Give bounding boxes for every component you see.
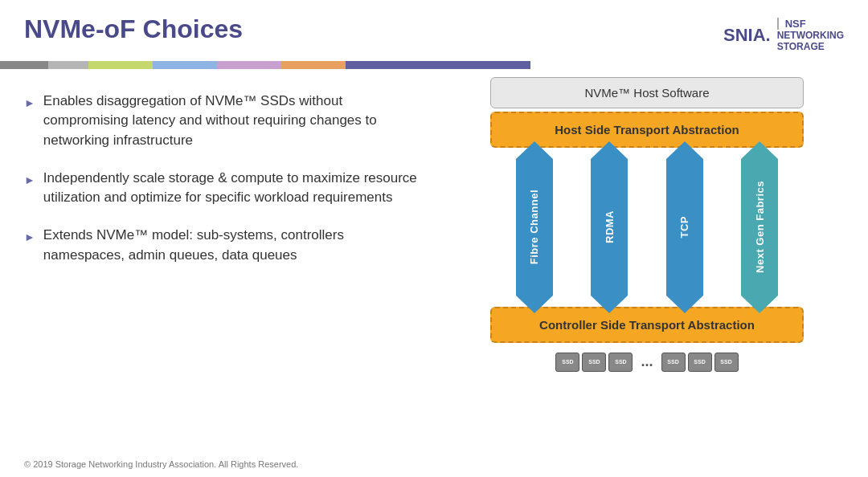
controller-transport-label: Controller Side Transport Abstraction <box>539 318 755 332</box>
color-seg-5 <box>217 61 281 69</box>
ssd-icon-1: SSD <box>555 353 579 372</box>
bullet-arrow-2: ► <box>24 172 35 188</box>
host-software-box: NVMe™ Host Software <box>490 77 804 108</box>
ssd-group-left: SSD SSD SSD <box>555 353 633 372</box>
ssd-icon-5: SSD <box>688 353 712 372</box>
arrow-label-rdma: RDMA <box>604 210 616 243</box>
arrow-rdma: RDMA <box>580 151 638 304</box>
arrow-shaft-rdma: RDMA <box>591 159 628 296</box>
bullet-list: ► Enables disaggregation of NVMe™ SSDs w… <box>24 92 418 265</box>
page-title: NVMe-oF Choices <box>24 14 243 44</box>
bullet-item-3: ► Extends NVMe™ model: sub-systems, cont… <box>24 226 418 265</box>
logo-area: SNIA. NSF NETWORKING STORAGE <box>723 18 844 53</box>
color-seg-6 <box>281 61 346 69</box>
ssd-icon-2: SSD <box>582 353 606 372</box>
arrow-shaft-tcp: TCP <box>666 159 703 296</box>
color-seg-4 <box>153 61 217 69</box>
arrow-label-fc: Fibre Channel <box>528 190 540 264</box>
bullet-text-2: Independently scale storage & compute to… <box>43 169 418 208</box>
arrow-shaft-fc: Fibre Channel <box>516 159 553 296</box>
bullet-arrow-1: ► <box>24 95 35 111</box>
bullet-text-1: Enables disaggregation of NVMe™ SSDs wit… <box>43 92 418 151</box>
color-seg-1 <box>0 61 48 69</box>
arrow-label-tcp: TCP <box>678 216 690 238</box>
snia-logo: SNIA. <box>723 25 771 46</box>
header: NVMe-oF Choices SNIA. NSF NETWORKING STO… <box>0 0 868 53</box>
bullet-text-3: Extends NVMe™ model: sub-systems, contro… <box>43 226 418 265</box>
ssd-row: SSD SSD SSD ... SSD SSD SSD <box>490 353 804 372</box>
nsf-label: NSF <box>777 18 844 30</box>
arrow-label-nextgen: Next Gen Fabrics <box>754 181 766 273</box>
right-panel: NVMe™ Host Software Host Side Transport … <box>434 77 868 455</box>
host-transport-label: Host Side Transport Abstraction <box>555 123 739 137</box>
arrow-tcp: TCP <box>656 151 714 304</box>
networking-storage-logo: NSF NETWORKING STORAGE <box>777 18 844 53</box>
color-seg-7 <box>346 61 530 69</box>
arrow-next-gen: Next Gen Fabrics <box>731 151 788 304</box>
color-seg-3 <box>88 61 153 69</box>
main-content: ► Enables disaggregation of NVMe™ SSDs w… <box>0 69 868 455</box>
bullet-item-1: ► Enables disaggregation of NVMe™ SSDs w… <box>24 92 418 151</box>
ssd-icon-6: SSD <box>714 353 739 372</box>
arrows-area: Fibre Channel RDMA TCP Next Gen Fabrics <box>490 151 804 304</box>
left-panel: ► Enables disaggregation of NVMe™ SSDs w… <box>0 77 434 455</box>
host-software-label: NVMe™ Host Software <box>584 86 709 100</box>
ssd-dots: ... <box>641 353 653 370</box>
diagram: NVMe™ Host Software Host Side Transport … <box>490 77 804 372</box>
arrow-shaft-nextgen: Next Gen Fabrics <box>741 159 778 296</box>
networking-label: NETWORKING STORAGE <box>777 30 844 53</box>
arrow-fibre-channel: Fibre Channel <box>506 151 563 304</box>
copyright-text: © 2019 Storage Networking Industry Assoc… <box>24 459 298 469</box>
ssd-group-right: SSD SSD SSD <box>661 353 739 372</box>
bullet-item-2: ► Independently scale storage & compute … <box>24 169 418 208</box>
footer: © 2019 Storage Networking Industry Assoc… <box>24 459 298 469</box>
ssd-icon-4: SSD <box>661 353 686 372</box>
bullet-arrow-3: ► <box>24 229 35 245</box>
color-seg-2 <box>48 61 88 69</box>
color-bar <box>0 61 868 69</box>
ssd-icon-3: SSD <box>608 353 633 372</box>
